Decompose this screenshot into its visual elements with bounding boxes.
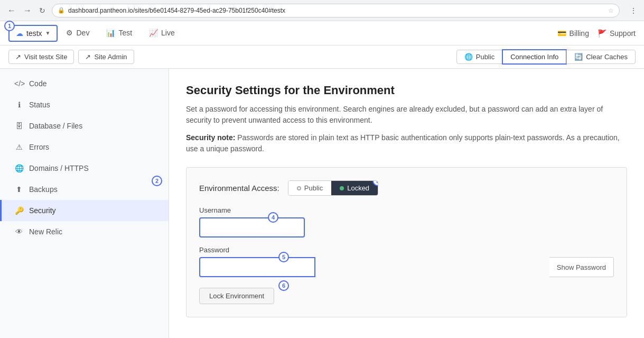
billing-label: Billing	[570, 29, 589, 38]
browser-icons: ⋮	[628, 5, 639, 16]
sidebar-label-code: Code	[29, 79, 46, 88]
back-button[interactable]: ←	[5, 5, 18, 16]
connection-info-label: Connection Info	[510, 53, 558, 61]
public-button[interactable]: 🌐 Public	[456, 50, 502, 64]
forward-button[interactable]: →	[21, 5, 34, 16]
sidebar-item-database[interactable]: 🗄 Database / Files	[0, 115, 169, 136]
password-group: Password 5 Show Password	[199, 246, 614, 277]
username-label: Username	[199, 206, 614, 214]
chevron-down-icon: ▼	[45, 30, 51, 36]
backup-icon: ⬆	[14, 185, 24, 194]
show-password-button[interactable]: Show Password	[549, 257, 614, 277]
site-admin-button[interactable]: ↗ Site Admin	[78, 50, 134, 64]
sub-nav: ↗ Visit testx Site ↗ Site Admin 🌐 Public…	[0, 45, 644, 69]
tab-dev[interactable]: ⚙ Dev	[58, 21, 98, 45]
app-nav: 1 ☁ testx ▼ ⚙ Dev 📊 Test 📈 Live 💳 Billin…	[0, 21, 644, 45]
locked-option-label: Locked	[347, 184, 369, 192]
circle-1: 1	[4, 21, 15, 31]
app-nav-right: 💳 Billing 🚩 Support	[557, 29, 636, 38]
visit-site-button[interactable]: ↗ Visit testx Site	[8, 50, 74, 64]
test-icon: 📊	[106, 29, 115, 37]
sidebar-item-domains[interactable]: 🌐 Domains / HTTPS	[0, 158, 169, 179]
sidebar-item-new-relic[interactable]: 👁 New Relic	[0, 221, 169, 242]
code-icon: </>	[14, 79, 24, 88]
sidebar-label-domains: Domains / HTTPS	[29, 164, 89, 172]
sidebar-item-backups[interactable]: ⬆ Backups 2	[0, 179, 169, 200]
external-link-icon: ↗	[15, 53, 21, 61]
tab-test[interactable]: 📊 Test	[98, 21, 141, 45]
billing-icon: 💳	[557, 29, 566, 38]
visit-site-label: Visit testx Site	[24, 53, 67, 61]
lock-icon: 🔒	[58, 7, 65, 14]
tab-live[interactable]: 📈 Live	[141, 21, 183, 45]
public-radio	[297, 186, 301, 190]
browser-controls: ← → ↻	[5, 5, 48, 16]
clear-caches-button[interactable]: 🔄 Clear Caches	[566, 50, 636, 64]
site-name: testx	[26, 29, 42, 38]
username-input[interactable]	[199, 217, 305, 237]
tab-live-label: Live	[161, 29, 175, 37]
address-bar[interactable]: 🔒 dashboard.pantheon.io/sites/b6e01454-8…	[52, 4, 620, 17]
cloud-icon: ☁	[16, 29, 23, 38]
connection-info-button[interactable]: Connection Info	[502, 49, 567, 65]
locked-option[interactable]: Locked	[331, 181, 378, 195]
sidebar-label-database: Database / Files	[29, 122, 82, 130]
main-content: Security Settings for the Environment Se…	[169, 69, 644, 338]
clear-icon: 🔄	[574, 53, 583, 61]
sidebar-item-code[interactable]: </> Code	[0, 73, 169, 94]
site-admin-label: Site Admin	[94, 53, 127, 61]
password-input[interactable]	[199, 257, 315, 277]
public-label: Public	[476, 53, 494, 61]
password-label: Password	[199, 246, 614, 254]
circle-5: 5	[278, 252, 289, 262]
browser-bar: ← → ↻ 🔒 dashboard.pantheon.io/sites/b6e0…	[0, 0, 644, 21]
support-button[interactable]: 🚩 Support	[598, 29, 636, 38]
circle-4: 4	[268, 212, 278, 223]
database-icon: 🗄	[14, 122, 24, 130]
dev-icon: ⚙	[66, 29, 73, 37]
sidebar-label-security: Security	[29, 206, 56, 215]
env-tabs: ⚙ Dev 📊 Test 📈 Live	[58, 21, 183, 45]
sidebar-label-errors: Errors	[29, 143, 49, 151]
sidebar-item-status[interactable]: ℹ Status	[0, 94, 169, 115]
admin-icon: ↗	[85, 53, 91, 61]
billing-button[interactable]: 💳 Billing	[557, 29, 589, 38]
sub-nav-left: ↗ Visit testx Site ↗ Site Admin	[8, 50, 134, 64]
warning-icon: ⚠	[14, 143, 24, 151]
env-access-label: Environmental Access:	[199, 184, 279, 193]
sidebar-label-new-relic: New Relic	[29, 227, 62, 236]
eye-icon: 👁	[14, 227, 24, 236]
info-icon: ℹ	[14, 101, 24, 109]
refresh-button[interactable]: ↻	[37, 5, 48, 16]
lock-env-wrap: Lock Environment 6	[199, 286, 274, 304]
security-note-label: Security note:	[186, 133, 235, 142]
security-icon: 🔑	[14, 206, 24, 215]
security-note: Security note: Passwords are stored in p…	[186, 132, 627, 154]
env-access-row: Environmental Access: 3 Public Locked	[199, 180, 614, 196]
star-icon[interactable]: ☆	[608, 7, 614, 14]
sub-nav-right: 🌐 Public Connection Info 🔄 Clear Caches	[456, 49, 636, 65]
globe-sidebar-icon: 🌐	[14, 164, 24, 172]
support-icon: 🚩	[598, 29, 606, 38]
tab-test-label: Test	[118, 29, 132, 37]
password-row: 5 Show Password	[199, 257, 614, 277]
clear-caches-label: Clear Caches	[586, 53, 628, 61]
app-nav-left: 1 ☁ testx ▼ ⚙ Dev 📊 Test 📈 Live	[8, 21, 183, 45]
locked-dot	[340, 186, 344, 190]
layout: </> Code ℹ Status 🗄 Database / Files ⚠ E…	[0, 69, 644, 338]
sidebar-item-security[interactable]: 🔑 Security	[0, 200, 169, 221]
extensions-icon[interactable]: ⋮	[628, 5, 639, 16]
tab-dev-label: Dev	[76, 29, 89, 37]
page-title: Security Settings for the Environment	[186, 84, 627, 97]
lock-environment-button[interactable]: Lock Environment	[199, 288, 274, 304]
site-dropdown[interactable]: 1 ☁ testx ▼	[8, 25, 58, 42]
support-label: Support	[610, 29, 636, 38]
circle-6: 6	[278, 280, 289, 291]
sidebar-item-errors[interactable]: ⚠ Errors	[0, 136, 169, 158]
sidebar-label-backups: Backups	[29, 185, 58, 194]
username-group: Username 4	[199, 206, 614, 237]
globe-icon: 🌐	[464, 53, 473, 61]
security-note-text: Passwords are stored in plain text as HT…	[186, 133, 620, 153]
live-icon: 📈	[149, 29, 158, 37]
public-option[interactable]: Public	[288, 181, 331, 195]
